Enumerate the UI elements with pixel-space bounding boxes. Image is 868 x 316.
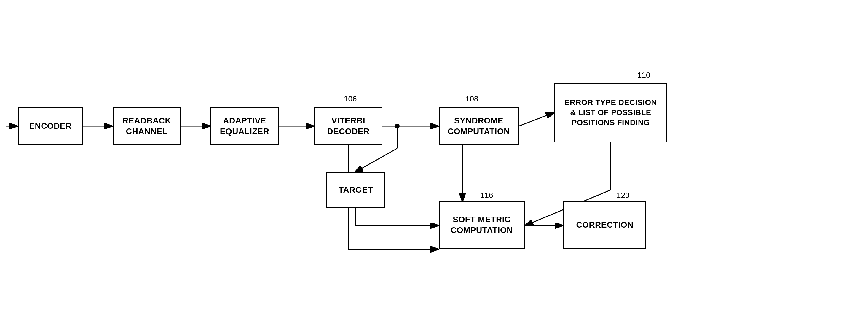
encoder-block: ENCODER <box>18 107 83 145</box>
svg-line-7 <box>519 113 554 126</box>
label-108: 108 <box>465 94 478 104</box>
adaptive-equalizer-block: ADAPTIVEEQUALIZER <box>211 107 279 145</box>
svg-point-6 <box>395 124 400 128</box>
viterbi-decoder-block: VITERBIDECODER <box>314 107 382 145</box>
readback-channel-block: READBACKCHANNEL <box>113 107 181 145</box>
soft-metric-computation-block: SOFT METRICCOMPUTATION <box>439 201 525 249</box>
target-block: TARGET <box>326 172 385 208</box>
label-116: 116 <box>480 191 493 200</box>
error-type-decision-block: ERROR TYPE DECISION& LIST OF POSSIBLEPOS… <box>554 83 667 142</box>
correction-block: CORRECTION <box>563 201 646 249</box>
syndrome-computation-block: SYNDROMECOMPUTATION <box>439 107 519 145</box>
diagram-container: ENCODER READBACKCHANNEL ADAPTIVEEQUALIZE… <box>0 0 868 316</box>
label-106: 106 <box>344 94 356 104</box>
arrows-svg <box>0 0 868 316</box>
label-120: 120 <box>617 191 629 200</box>
label-110: 110 <box>638 70 650 80</box>
svg-line-9 <box>355 148 397 172</box>
